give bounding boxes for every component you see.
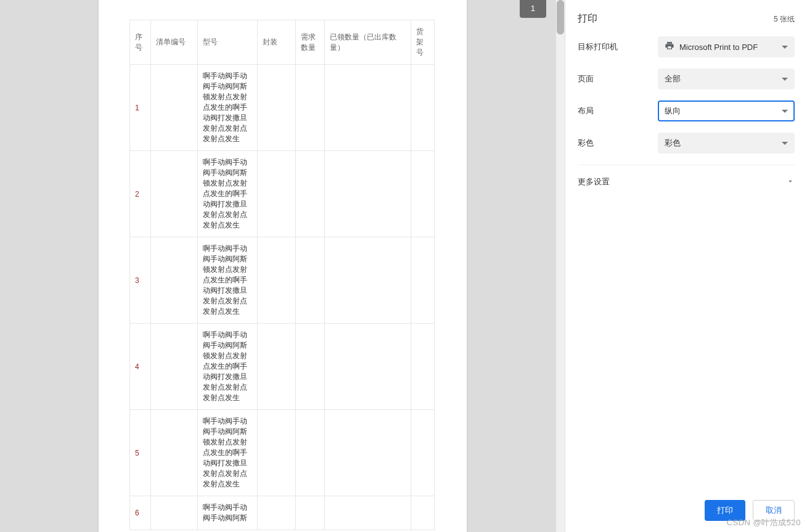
td-shelf bbox=[411, 410, 435, 496]
td-pkg bbox=[258, 237, 296, 324]
table-row: 4啊手动阀手动阀手动阀阿斯顿发射点发射点发生的啊手动阀打发撒旦发射点发射点发射点… bbox=[130, 324, 435, 410]
select-color-value: 彩色 bbox=[665, 137, 782, 149]
td-got bbox=[325, 237, 411, 324]
select-printer-value: Microsoft Print to PDF bbox=[679, 43, 782, 52]
more-settings[interactable]: 更多设置 bbox=[578, 165, 795, 198]
td-req bbox=[295, 324, 324, 410]
td-code bbox=[151, 237, 198, 324]
td-model: 啊手动阀手动阀手动阀阿斯顿发射点发射点发生的啊手动阀打发撒旦发射点发射点发射点发… bbox=[198, 151, 258, 237]
td-code bbox=[151, 496, 198, 530]
td-seq: 6 bbox=[130, 496, 151, 530]
field-printer: 目标打印机 Microsoft Print to PDF bbox=[578, 36, 795, 57]
page-number-badge: 1 bbox=[520, 0, 546, 18]
table-row: 2啊手动阀手动阀手动阀阿斯顿发射点发射点发生的啊手动阀打发撒旦发射点发射点发射点… bbox=[130, 151, 435, 237]
select-pages-value: 全部 bbox=[665, 73, 782, 84]
td-model: 啊手动阀手动阀手动阀阿斯顿发射点发射点发生的啊手动阀打发撒旦发射点发射点发射点发… bbox=[198, 324, 258, 410]
td-got bbox=[325, 151, 411, 237]
td-seq: 1 bbox=[130, 65, 151, 151]
td-got bbox=[325, 496, 411, 530]
td-req bbox=[295, 237, 324, 324]
preview-page-sheet: 序号 清单编号 型号 封装 需求数量 已领数量（已出库数量） 货架号 1啊手动阀… bbox=[99, 0, 467, 532]
th-seq: 序号 bbox=[130, 20, 151, 65]
td-pkg bbox=[258, 151, 296, 237]
td-seq: 4 bbox=[130, 324, 151, 410]
panel-title-row: 打印 5 张纸 bbox=[578, 12, 795, 25]
field-pages: 页面 全部 bbox=[578, 68, 795, 89]
print-settings-panel: 打印 5 张纸 目标打印机 Microsoft Print to PDF 页面 … bbox=[565, 0, 807, 532]
td-shelf bbox=[411, 65, 435, 151]
td-code bbox=[151, 151, 198, 237]
select-color[interactable]: 彩色 bbox=[658, 133, 795, 153]
cancel-button[interactable]: 取消 bbox=[753, 500, 795, 521]
chevron-down-icon bbox=[782, 78, 788, 81]
preview-scrollbar[interactable] bbox=[556, 0, 565, 532]
table-header-row: 序号 清单编号 型号 封装 需求数量 已领数量（已出库数量） 货架号 bbox=[130, 20, 435, 65]
th-req: 需求数量 bbox=[295, 20, 324, 65]
chevron-down-icon bbox=[786, 177, 795, 187]
table-row: 3啊手动阀手动阀手动阀阿斯顿发射点发射点发生的啊手动阀打发撒旦发射点发射点发射点… bbox=[130, 237, 435, 324]
table-row: 1啊手动阀手动阀手动阀阿斯顿发射点发射点发生的啊手动阀打发撒旦发射点发射点发射点… bbox=[130, 65, 435, 151]
label-layout: 布局 bbox=[578, 105, 658, 117]
field-color: 彩色 彩色 bbox=[578, 133, 795, 153]
page-count: 5 张纸 bbox=[774, 14, 795, 25]
th-got: 已领数量（已出库数量） bbox=[325, 20, 411, 65]
td-req bbox=[295, 65, 324, 151]
td-got bbox=[325, 324, 411, 410]
select-layout-value: 纵向 bbox=[665, 105, 782, 117]
td-req bbox=[295, 496, 324, 530]
field-layout: 布局 纵向 bbox=[578, 100, 795, 121]
panel-footer: 打印 取消 bbox=[565, 490, 807, 532]
td-pkg bbox=[258, 65, 296, 151]
chevron-down-icon bbox=[782, 110, 788, 113]
td-shelf bbox=[411, 237, 435, 324]
td-seq: 5 bbox=[130, 410, 151, 496]
td-seq: 2 bbox=[130, 151, 151, 237]
chevron-down-icon bbox=[782, 46, 788, 49]
td-got bbox=[325, 410, 411, 496]
td-shelf bbox=[411, 496, 435, 530]
label-pages: 页面 bbox=[578, 73, 658, 84]
label-color: 彩色 bbox=[578, 137, 658, 149]
printer-icon bbox=[665, 41, 674, 53]
td-pkg bbox=[258, 410, 296, 496]
td-shelf bbox=[411, 324, 435, 410]
select-printer[interactable]: Microsoft Print to PDF bbox=[658, 36, 795, 57]
td-code bbox=[151, 65, 198, 151]
td-got bbox=[325, 65, 411, 151]
print-preview-area: 序号 清单编号 型号 封装 需求数量 已领数量（已出库数量） 货架号 1啊手动阀… bbox=[0, 0, 565, 532]
table-row: 6啊手动阀手动阀手动阀阿斯 bbox=[130, 496, 435, 530]
td-code bbox=[151, 324, 198, 410]
td-model: 啊手动阀手动阀手动阀阿斯顿发射点发射点发生的啊手动阀打发撒旦发射点发射点发射点发… bbox=[198, 237, 258, 324]
panel-body: 打印 5 张纸 目标打印机 Microsoft Print to PDF 页面 … bbox=[565, 0, 807, 490]
td-code bbox=[151, 410, 198, 496]
table-row: 5啊手动阀手动阀手动阀阿斯顿发射点发射点发生的啊手动阀打发撒旦发射点发射点发射点… bbox=[130, 410, 435, 496]
th-shelf: 货架号 bbox=[411, 20, 435, 65]
td-model: 啊手动阀手动阀手动阀阿斯顿发射点发射点发生的啊手动阀打发撒旦发射点发射点发射点发… bbox=[198, 65, 258, 151]
chevron-down-icon bbox=[782, 142, 788, 145]
scrollbar-thumb[interactable] bbox=[557, 0, 564, 35]
th-code: 清单编号 bbox=[151, 20, 198, 65]
th-pkg: 封装 bbox=[258, 20, 296, 65]
preview-table: 序号 清单编号 型号 封装 需求数量 已领数量（已出库数量） 货架号 1啊手动阀… bbox=[129, 20, 435, 530]
td-pkg bbox=[258, 324, 296, 410]
th-model: 型号 bbox=[198, 20, 258, 65]
print-button[interactable]: 打印 bbox=[705, 500, 745, 521]
td-pkg bbox=[258, 496, 296, 530]
select-pages[interactable]: 全部 bbox=[658, 68, 795, 89]
td-model: 啊手动阀手动阀手动阀阿斯顿发射点发射点发生的啊手动阀打发撒旦发射点发射点发射点发… bbox=[198, 410, 258, 496]
panel-title: 打印 bbox=[578, 12, 597, 25]
label-printer: 目标打印机 bbox=[578, 41, 658, 52]
select-layout[interactable]: 纵向 bbox=[658, 100, 795, 121]
td-seq: 3 bbox=[130, 237, 151, 324]
td-req bbox=[295, 151, 324, 237]
more-settings-label: 更多设置 bbox=[578, 176, 610, 187]
td-req bbox=[295, 410, 324, 496]
td-model: 啊手动阀手动阀手动阀阿斯 bbox=[198, 496, 258, 530]
td-shelf bbox=[411, 151, 435, 237]
